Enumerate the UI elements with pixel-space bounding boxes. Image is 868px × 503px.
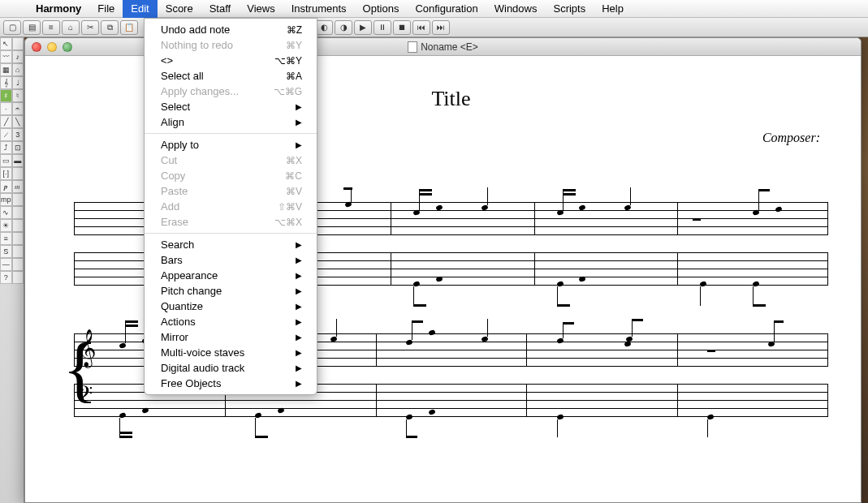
toolbar-btn[interactable]: ▤ <box>23 20 41 35</box>
palette-tool[interactable]: ♪ <box>12 50 24 63</box>
palette-tool[interactable]: [·] <box>0 167 12 180</box>
palette-tool[interactable]: ⟋ <box>0 128 12 141</box>
menu-item: Cut⌘X <box>145 153 317 168</box>
palette-tool[interactable] <box>12 271 24 284</box>
document-icon <box>408 41 417 53</box>
toolbar-btn[interactable]: ◑ <box>335 20 352 35</box>
palette-tool[interactable]: 3 <box>12 128 24 141</box>
menu-item[interactable]: Undo add note⌘Z <box>145 22 317 37</box>
menu-item: Paste⌘V <box>145 183 317 199</box>
toolbar-btn[interactable]: ⧉ <box>101 20 119 35</box>
palette-tool[interactable]: ╲ <box>12 115 24 128</box>
menu-staff[interactable]: Staff <box>201 0 240 18</box>
main-toolbar: ▢ ▤ ≡ ⌂ ✂ ⧉ 📋 ▣ ▦ ⊞ ⊟ ♪ ♫ ♩ ♬ ◐ ◑ ▶ ⏸ ⏹ … <box>0 18 868 37</box>
menu-item: Copy⌘C <box>145 168 317 183</box>
toolbar-btn[interactable]: ⏹ <box>393 20 411 35</box>
palette-tool[interactable]: ▭ <box>0 154 12 167</box>
menu-score[interactable]: Score <box>158 0 201 18</box>
palette-tool[interactable]: ☀ <box>0 219 12 232</box>
menu-item[interactable]: Apply to▶ <box>145 137 317 153</box>
menu-item[interactable]: Multi-voice staves▶ <box>145 345 317 360</box>
edit-dropdown-menu: Undo add note⌘ZNothing to redo⌘Y<>⌥⌘YSel… <box>144 18 317 395</box>
menu-options[interactable]: Options <box>355 0 408 18</box>
palette-tool[interactable]: 𝄞 <box>0 76 12 89</box>
toolbar-btn[interactable]: 📋 <box>120 20 138 35</box>
menu-item[interactable]: Actions▶ <box>145 314 317 329</box>
toolbar-btn[interactable]: ✂ <box>81 20 99 35</box>
palette-tool[interactable]: ↖ <box>0 37 12 50</box>
palette-tool[interactable]: ? <box>0 271 12 284</box>
menu-item[interactable]: Select all⌘A <box>145 68 317 84</box>
palette-tool[interactable]: · <box>0 102 12 115</box>
menu-item[interactable]: <>⌥⌘Y <box>145 53 317 68</box>
palette-tool[interactable]: ╱ <box>0 115 12 128</box>
toolbar-btn[interactable]: ⏮ <box>412 20 430 35</box>
palette-tool[interactable]: 〰 <box>0 50 12 63</box>
menu-help[interactable]: Help <box>594 0 632 18</box>
toolbar-btn[interactable]: ⏭ <box>432 20 450 35</box>
palette-tool[interactable]: ∿ <box>0 206 12 219</box>
palette-tool[interactable]: mp <box>0 193 12 206</box>
palette-tool[interactable] <box>12 245 24 258</box>
palette-tool[interactable]: ♯ <box>0 89 12 102</box>
menu-item[interactable]: Digital audio track▶ <box>145 360 317 376</box>
palette-tool[interactable] <box>12 37 24 50</box>
palette-tool[interactable] <box>12 219 24 232</box>
palette-tool[interactable]: ▬ <box>12 154 24 167</box>
system-menubar: Harmony File Edit Score Staff Views Inst… <box>0 0 868 18</box>
palette-tool[interactable]: 𝆐 <box>12 180 24 193</box>
window-title-text: Noname <E> <box>421 41 478 53</box>
menu-item: Apply changes...⌥⌘G <box>145 84 317 99</box>
palette-tool[interactable]: ≡ <box>0 232 12 245</box>
palette-tool[interactable] <box>12 258 24 271</box>
palette-tool[interactable]: ♩ <box>12 76 24 89</box>
treble-clef-icon: 𝄞 <box>77 329 97 367</box>
menu-item[interactable]: Free Objects▶ <box>145 376 317 391</box>
palette-tool[interactable] <box>12 232 24 245</box>
palette-tool[interactable]: ⊡ <box>12 141 24 154</box>
palette-tool[interactable] <box>12 193 24 206</box>
menu-item: Nothing to redo⌘Y <box>145 37 317 53</box>
system-brace: { <box>63 333 72 405</box>
menu-item[interactable]: Select▶ <box>145 99 317 114</box>
palette-tool[interactable]: ⤴ <box>0 141 12 154</box>
menu-item[interactable]: Quantize▶ <box>145 299 317 314</box>
toolbar-btn[interactable]: ⏸ <box>374 20 391 35</box>
menu-harmony[interactable]: Harmony <box>28 0 89 18</box>
menu-scripts[interactable]: Scripts <box>545 0 594 18</box>
menu-item[interactable]: Search▶ <box>145 237 317 252</box>
menu-windows[interactable]: Windows <box>486 0 546 18</box>
toolbar-btn[interactable]: ⌂ <box>62 20 80 35</box>
palette-tool[interactable] <box>12 206 24 219</box>
menu-item: Erase⌥⌘X <box>145 214 317 230</box>
palette-tool[interactable]: ⌂ <box>12 63 24 76</box>
tool-palette: ↖〰♪▦⌂𝄞♩♯♮·𝄐╱╲⟋3⤴⊡▭▬[·]𝆏𝆐mp∿☀≡S—? <box>0 37 24 503</box>
palette-tool[interactable]: ▦ <box>0 63 12 76</box>
palette-tool[interactable]: 𝄐 <box>12 102 24 115</box>
menu-item[interactable]: Appearance▶ <box>145 268 317 283</box>
palette-tool[interactable]: S <box>0 245 12 258</box>
menu-configuration[interactable]: Configuration <box>407 0 486 18</box>
menu-instruments[interactable]: Instruments <box>283 0 355 18</box>
palette-tool[interactable]: ♮ <box>12 89 24 102</box>
toolbar-btn[interactable]: ▶ <box>354 20 372 35</box>
toolbar-btn[interactable]: ◐ <box>315 20 333 35</box>
menu-file[interactable]: File <box>89 0 123 18</box>
toolbar-btn[interactable]: ▢ <box>3 20 21 35</box>
bass-clef-icon: 𝄢 <box>77 382 93 411</box>
toolbar-btn[interactable]: ≡ <box>42 20 60 35</box>
palette-tool[interactable]: — <box>0 258 12 271</box>
menu-item[interactable]: Pitch change▶ <box>145 283 317 299</box>
menu-views[interactable]: Views <box>239 0 283 18</box>
palette-tool[interactable]: 𝆏 <box>0 180 12 193</box>
menu-item[interactable]: Align▶ <box>145 114 317 130</box>
palette-tool[interactable] <box>12 167 24 180</box>
menu-item: Add⇧⌘V <box>145 199 317 214</box>
menu-item[interactable]: Bars▶ <box>145 252 317 268</box>
menu-item[interactable]: Mirror▶ <box>145 329 317 345</box>
menu-edit[interactable]: Edit <box>123 0 157 18</box>
